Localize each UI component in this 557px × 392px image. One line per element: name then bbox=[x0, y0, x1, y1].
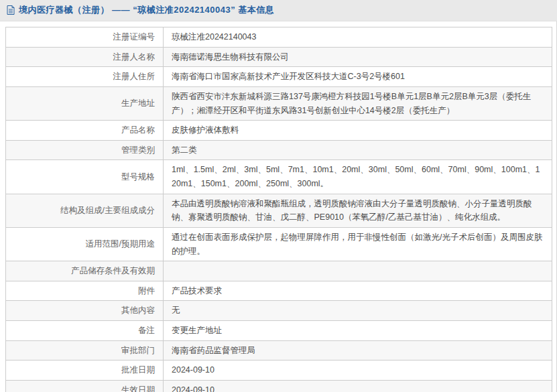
table-row: 生效日期 2024-09-10 bbox=[6, 380, 552, 392]
table-row: 审批部门 海南省药品监督管理局 bbox=[6, 340, 552, 361]
row-value: 海南省药品监督管理局 bbox=[164, 340, 552, 361]
table-row: 注册人名称 海南德诺海思生物科技有限公司 bbox=[6, 47, 552, 67]
table-row: 注册人住所 海南省海口市国家高新技术产业开发区科技大道C-3号2号楼601 bbox=[6, 67, 552, 87]
row-label: 生产地址 bbox=[6, 86, 164, 120]
row-label: 型号规格 bbox=[6, 160, 164, 194]
row-value: 皮肤修护液体敷料 bbox=[164, 121, 552, 141]
row-label: 注册人名称 bbox=[6, 47, 164, 67]
table-row: 管理类别 第二类 bbox=[6, 140, 552, 160]
row-label: 结构及组成/主要组成成分 bbox=[6, 194, 164, 227]
page-title: 境内医疗器械（注册） —— “琼械注准20242140043” 基本信息 bbox=[19, 4, 274, 16]
table-row: 其他内容 无 bbox=[6, 301, 552, 321]
table-row: 型号规格 1ml、1.5ml、2ml、3ml、5ml、7m1、10m1、20ml… bbox=[6, 160, 552, 194]
row-value: 本品由透明质酸钠溶液和聚酯瓶组成，透明质酸钠溶液由大分子量透明质酸钠、小分子量透… bbox=[164, 194, 552, 227]
table-row: 结构及组成/主要组成成分 本品由透明质酸钠溶液和聚酯瓶组成，透明质酸钠溶液由大分… bbox=[6, 194, 552, 227]
row-label: 注册人住所 bbox=[6, 67, 164, 87]
row-value: 海南省海口市国家高新技术产业开发区科技大道C-3号2号楼601 bbox=[164, 67, 552, 87]
table-row: 产品名称 皮肤修护液体敷料 bbox=[6, 121, 552, 141]
row-value: 2024-09-10 bbox=[164, 361, 552, 381]
row-value: 陕西省西安市沣东新城科源三路137号康鸿橙方科技园1号楼B单元1层B单元2层B单… bbox=[164, 86, 552, 120]
table-row: 产品储存条件及有效期 bbox=[6, 261, 552, 281]
table-row: 适用范围/预期用途 通过在创面表面形成保护层，起物理屏障作用，用于非慢性创面（如… bbox=[6, 227, 552, 261]
row-value: 海南德诺海思生物科技有限公司 bbox=[164, 47, 552, 67]
row-value: 第二类 bbox=[164, 140, 552, 160]
content-area: 注册证编号 琼械注准20242140043 注册人名称 海南德诺海思生物科技有限… bbox=[0, 21, 557, 392]
row-label: 产品储存条件及有效期 bbox=[6, 261, 164, 281]
row-value bbox=[164, 261, 552, 281]
row-label: 审批部门 bbox=[6, 340, 164, 361]
row-value: 1ml、1.5ml、2ml、3ml、5ml、7m1、10m1、20ml、30ml… bbox=[164, 160, 552, 194]
row-label: 备注 bbox=[6, 321, 164, 341]
document-icon bbox=[7, 5, 15, 15]
row-value: 琼械注准20242140043 bbox=[164, 27, 552, 48]
row-value: 变更生产地址 bbox=[164, 321, 552, 341]
row-label: 附件 bbox=[6, 281, 164, 301]
row-label: 生效日期 bbox=[6, 380, 164, 392]
row-label: 管理类别 bbox=[6, 140, 164, 160]
row-value: 2024-09-10 bbox=[164, 380, 552, 392]
table-row: 生产地址 陕西省西安市沣东新城科源三路137号康鸿橙方科技园1号楼B单元1层B单… bbox=[6, 86, 552, 120]
row-value: 通过在创面表面形成保护层，起物理屏障作用，用于非慢性创面（如激光/光子术后创面）… bbox=[164, 227, 552, 261]
row-label: 注册证编号 bbox=[6, 27, 164, 48]
registration-info-table: 注册证编号 琼械注准20242140043 注册人名称 海南德诺海思生物科技有限… bbox=[5, 27, 552, 392]
table-row: 备注 变更生产地址 bbox=[6, 321, 552, 341]
table-row: 附件 产品技术要求 bbox=[6, 281, 552, 301]
row-value: 无 bbox=[164, 301, 552, 321]
row-label: 产品名称 bbox=[6, 121, 164, 141]
row-label: 适用范围/预期用途 bbox=[6, 227, 164, 261]
table-row: 注册证编号 琼械注准20242140043 bbox=[6, 27, 552, 48]
table-row: 批准日期 2024-09-10 bbox=[6, 361, 552, 381]
row-label: 批准日期 bbox=[6, 361, 164, 381]
page-title-bar: 境内医疗器械（注册） —— “琼械注准20242140043” 基本信息 bbox=[0, 0, 557, 21]
row-label: 其他内容 bbox=[6, 301, 164, 321]
row-value: 产品技术要求 bbox=[164, 281, 552, 301]
